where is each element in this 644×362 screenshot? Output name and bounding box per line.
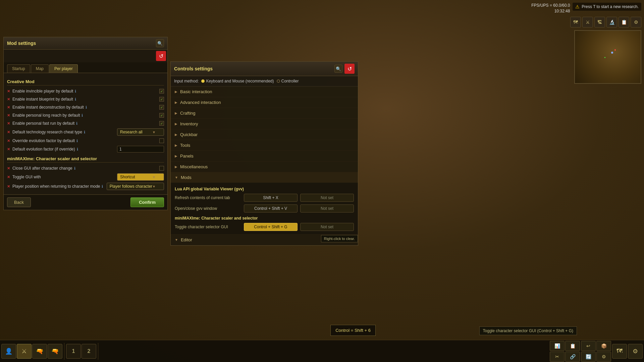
checkbox-override-evolution[interactable] [159,138,164,143]
section-tools-header[interactable]: ▶ Tools [171,140,358,150]
section-panels-header[interactable]: ▶ Panels [171,151,358,161]
player-position-dropdown[interactable]: Player follows character ▼ [107,183,164,190]
tab-startup[interactable]: Startup [7,64,30,73]
dropdown-arrow-research: ▼ [152,130,156,134]
taskbar-map-icon[interactable]: 🗺 [612,344,627,359]
controls-search-button[interactable]: 🔍 [334,65,342,73]
mod-settings-reset-button[interactable]: ↺ [156,51,166,61]
red-x-icon-6: ✕ [7,139,10,143]
research-type-dropdown[interactable]: Research all ▼ [117,128,164,136]
taskbar-settings-icon-2[interactable]: ⚙ [628,344,643,359]
mod-settings-header: Mod settings 🔍 [4,37,167,50]
toolbar-research-icon[interactable]: 🔬 [606,17,617,27]
mini-toggle-key1[interactable]: Control + Shift + G [244,223,298,231]
gvv-window-key2[interactable]: Not set [300,204,354,213]
section-mods-header[interactable]: ▼ Mods [171,172,358,183]
checkbox-invincible[interactable] [159,89,164,94]
section-panels: ▶ Panels [171,151,358,162]
top-toolbar: 🗺 ⚔ 🏗 🔬 📋 ⚙ [570,17,641,27]
controls-content: ▶ Basic interaction ▶ Advanced interacti… [171,86,358,245]
info-icon-10[interactable]: ℹ [102,184,103,189]
taskbar-slot-1[interactable]: 1 [66,344,81,359]
info-icon-0[interactable]: ℹ [75,89,76,94]
input-controller-radio[interactable]: Controller [277,79,299,83]
mod-settings-content: Creative Mod ✕ Enable invincible player … [4,73,167,194]
info-icon-1[interactable]: ℹ [75,97,76,102]
taskbar-slot-2[interactable]: 2 [82,344,96,359]
gvv-refresh-key1[interactable]: Shift + X [244,194,298,202]
taskbar-small-6[interactable]: 📦 [596,341,611,351]
taskbar-small-3[interactable]: ✂ [550,352,565,362]
red-x-icon-4: ✕ [7,121,10,126]
setting-research-type: ✕ Default technology research cheat type… [7,127,164,137]
taskbar-small-8[interactable]: ⚙ [596,352,611,362]
info-icon-7[interactable]: ℹ [77,147,78,152]
chevron-editor: ▼ [175,238,178,242]
bottom-right-tooltip: Toggle character selector GUI (Control +… [479,326,577,335]
evolution-factor-input[interactable] [117,146,164,153]
checkbox-close-gui[interactable] [159,166,164,171]
setting-invincible-player: ✕ Enable invincible player by default ℹ [7,87,164,95]
fps-counter: FPS/UPS = 60.0/60.0 10:32:48 [531,3,570,14]
dropdown-arrow-position: ▼ [152,185,156,188]
section-miscellaneous-header[interactable]: ▶ Miscellaneous [171,162,358,172]
taskbar-small-2[interactable]: 📋 [565,341,580,351]
gvv-window-key1[interactable]: Control + Shift + V [244,204,298,213]
gvv-window-row: Open/close gvv window Control + Shift + … [171,203,358,214]
checkbox-personal-fast-run[interactable] [159,121,164,126]
checkbox-instant-blueprint[interactable] [159,97,164,102]
minimap-player-dot [611,52,613,54]
gvv-subsection-title: Lua API global Variable Viewer (gvv) [171,185,358,192]
checkbox-instant-deconstruction[interactable] [159,105,164,110]
checkbox-personal-long-reach[interactable] [159,113,164,118]
mini-subsection-title: miniMAXIme: Character scaler and selecto… [171,214,358,222]
info-icon-6[interactable]: ℹ [76,139,78,143]
creative-mod-section-header: Creative Mod [7,79,164,85]
info-icon-4[interactable]: ℹ [76,121,77,126]
tab-map[interactable]: Map [31,64,49,73]
info-icon-3[interactable]: ℹ [82,113,83,118]
toolbar-map-icon[interactable]: 🗺 [570,17,581,27]
taskbar-small-5[interactable]: ↩ [581,341,596,351]
notification-bar: ⚠ Press T to start a new research. [573,3,641,11]
toggle-gui-dropdown[interactable]: Shortcut ▼ [117,173,164,181]
confirm-button[interactable]: Confirm [130,197,164,207]
section-crafting-header[interactable]: ▶ Crafting [171,108,358,118]
minimap[interactable] [574,30,641,84]
toolbar-gun-icon[interactable]: ⚔ [582,17,593,27]
info-icon-5[interactable]: ℹ [84,130,85,134]
back-button[interactable]: Back [7,197,31,207]
chevron-crafting: ▶ [175,111,177,115]
toolbar-build-icon[interactable]: 🏗 [594,17,605,27]
toolbar-blueprint-icon[interactable]: 📋 [619,17,629,27]
taskbar-gun-icon-2[interactable]: 🔫 [48,344,62,359]
gvv-refresh-key2[interactable]: Not set [300,194,354,202]
mini-toggle-row-wrapper: Toggle character selector GUI Control + … [171,222,358,232]
section-advanced-interaction-header[interactable]: ▶ Advanced interaction [171,97,358,108]
setting-evolution-factor: ✕ Default evolution factor (if override)… [7,145,164,154]
notification-icon: ⚠ [575,4,580,9]
toolbar-settings-icon[interactable]: ⚙ [631,17,641,27]
taskbar-small-4[interactable]: 🔗 [565,352,580,362]
controller-radio-dot [277,79,280,83]
taskbar-sword-icon[interactable]: ⚔ [17,344,32,359]
taskbar-gun-icon-1[interactable]: 🔫 [32,344,47,359]
section-basic-interaction: ▶ Basic interaction [171,86,358,97]
section-quickbar-header[interactable]: ▶ Quickbar [171,129,358,140]
controls-reset-button[interactable]: ↺ [344,64,355,74]
taskbar-small-7[interactable]: 🔄 [581,352,596,362]
taskbar-small-1[interactable]: 📊 [550,341,565,351]
dropdown-arrow-toggle: ▼ [152,175,156,179]
input-keyboard-radio[interactable]: Keyboard and Mouse (recommended) [201,79,274,83]
taskbar-character-icon[interactable]: 👤 [1,344,16,359]
red-x-icon-10: ✕ [7,184,10,189]
info-icon-8[interactable]: ℹ [74,166,75,171]
gvv-refresh-row: Refresh contents of current tab Shift + … [171,192,358,203]
section-inventory-header[interactable]: ▶ Inventory [171,119,358,129]
mini-toggle-key2[interactable]: Not set [300,223,354,231]
mod-settings-search-button[interactable]: 🔍 [156,39,164,47]
minimaxime-section-header: miniMAXIme: Character scaler and selecto… [7,156,164,163]
info-icon-2[interactable]: ℹ [86,105,87,110]
tab-per-player[interactable]: Per player [49,64,78,73]
section-basic-interaction-header[interactable]: ▶ Basic interaction [171,86,358,97]
